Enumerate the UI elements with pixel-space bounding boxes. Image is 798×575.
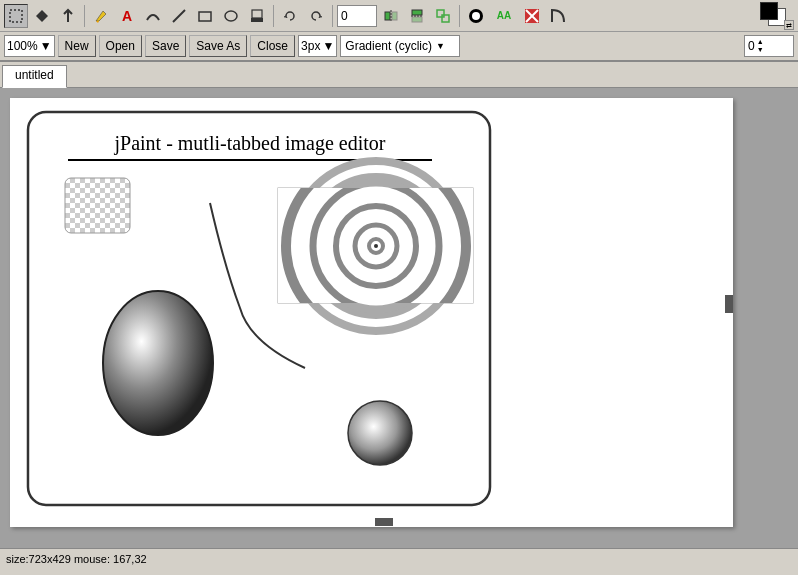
rotate-cw-tool[interactable] — [304, 4, 328, 28]
erase-icon[interactable] — [520, 4, 544, 28]
brush-value: Gradient (cyclic) — [345, 39, 432, 53]
scroll-handle-right[interactable] — [725, 295, 733, 313]
ellipse-tool[interactable] — [219, 4, 243, 28]
curve-tool[interactable] — [141, 4, 165, 28]
angle-input[interactable]: 0 ▲ ▼ — [744, 35, 794, 57]
svg-rect-14 — [442, 15, 449, 22]
svg-rect-3 — [199, 12, 211, 21]
svg-line-2 — [173, 10, 185, 22]
toolbar-tools: A 0 AA — [0, 0, 798, 32]
zoom-value: 100% — [7, 39, 38, 53]
angle-value: 0 — [748, 39, 755, 53]
save-as-button[interactable]: Save As — [189, 35, 247, 57]
rect-tool[interactable] — [193, 4, 217, 28]
svg-rect-7 — [385, 12, 390, 20]
zoom-dropdown-arrow[interactable]: ▼ — [40, 39, 52, 53]
brush-dropdown-arrow: ▼ — [436, 41, 445, 51]
tab-bar: untitled — [0, 62, 798, 88]
tab-untitled[interactable]: untitled — [2, 65, 67, 88]
toolbar-actions: 100% ▼ New Open Save Save As Close 3px ▼… — [0, 32, 798, 62]
corner-tool[interactable] — [546, 4, 570, 28]
rotate-ccw-tool[interactable] — [278, 4, 302, 28]
svg-rect-11 — [412, 17, 422, 22]
svg-rect-26 — [65, 178, 130, 233]
size-dropdown-arrow[interactable]: ▼ — [322, 39, 334, 53]
svg-point-16 — [472, 12, 480, 20]
arrow-tool[interactable] — [56, 4, 80, 28]
brush-select[interactable]: Gradient (cyclic) ▼ — [340, 35, 460, 57]
svg-point-50 — [374, 244, 378, 248]
line-tool[interactable] — [167, 4, 191, 28]
separator4 — [459, 5, 460, 27]
statusbar: size:723x429 mouse: 167,32 — [0, 548, 798, 568]
svg-rect-5 — [252, 10, 262, 18]
new-button[interactable]: New — [58, 35, 96, 57]
stamp-tool[interactable] — [245, 4, 269, 28]
svg-rect-10 — [412, 10, 422, 15]
svg-rect-6 — [251, 18, 263, 22]
tab-label: untitled — [15, 68, 54, 82]
pencil-tool[interactable] — [89, 4, 113, 28]
select-tool[interactable] — [4, 4, 28, 28]
svg-point-27 — [103, 291, 213, 435]
separator1 — [84, 5, 85, 27]
canvas-area: jPaint - mutli-tabbed image editor — [0, 88, 798, 548]
flip-h-tool[interactable] — [379, 4, 403, 28]
diamond-tool[interactable] — [30, 4, 54, 28]
separator2 — [273, 5, 274, 27]
flip-v-tool[interactable] — [405, 4, 429, 28]
close-button[interactable]: Close — [250, 35, 295, 57]
size-value: 3px — [301, 39, 320, 53]
svg-rect-8 — [392, 12, 397, 20]
rotation-value: 0 — [341, 9, 348, 23]
color-picker[interactable]: ⇄ — [760, 2, 794, 30]
status-text: size:723x429 mouse: 167,32 — [6, 553, 147, 565]
save-button[interactable]: Save — [145, 35, 186, 57]
zoom-select[interactable]: 100% ▼ — [4, 35, 55, 57]
svg-rect-0 — [10, 10, 22, 22]
svg-text:jPaint - mutli-tabbed image ed: jPaint - mutli-tabbed image editor — [113, 132, 385, 155]
scroll-handle-bottom[interactable] — [375, 518, 393, 526]
main-canvas[interactable]: jPaint - mutli-tabbed image editor — [10, 98, 733, 527]
svg-point-51 — [348, 401, 412, 465]
fg-color — [760, 2, 778, 20]
angle-down[interactable]: ▼ — [757, 46, 764, 54]
svg-rect-13 — [437, 10, 444, 17]
svg-marker-1 — [36, 10, 48, 22]
separator3 — [332, 5, 333, 27]
angle-spinners: ▲ ▼ — [757, 38, 764, 54]
swap-colors[interactable]: ⇄ — [784, 20, 794, 30]
angle-up[interactable]: ▲ — [757, 38, 764, 46]
resize-tool[interactable] — [431, 4, 455, 28]
aa-tool[interactable]: AA — [490, 4, 518, 28]
text-tool[interactable]: A — [115, 4, 139, 28]
fill-circle-tool[interactable] — [464, 4, 488, 28]
size-select[interactable]: 3px ▼ — [298, 35, 337, 57]
rotation-input[interactable]: 0 — [337, 5, 377, 27]
open-button[interactable]: Open — [99, 35, 142, 57]
canvas-wrapper[interactable]: jPaint - mutli-tabbed image editor — [10, 98, 733, 527]
svg-point-4 — [225, 11, 237, 21]
